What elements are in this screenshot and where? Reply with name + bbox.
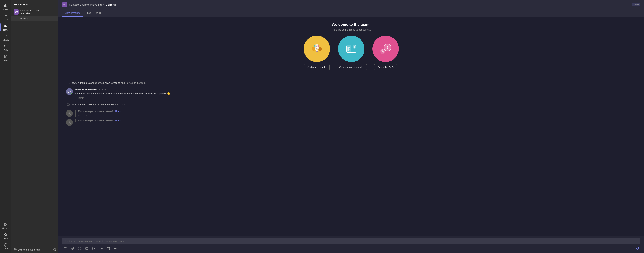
svg-point-45 <box>116 248 117 249</box>
svg-point-13 <box>54 249 55 250</box>
svg-rect-7 <box>6 223 7 224</box>
msg-text-1: Yeehaw!! Welcome peeps! really excited t… <box>75 92 636 96</box>
msg-body-1: MOD Administrator 4:11 PM Yeehaw!! Welco… <box>75 88 636 99</box>
open-faq-button[interactable]: Open the FAQ <box>374 64 397 70</box>
svg-rect-23 <box>346 45 351 52</box>
chat-label: Chat <box>4 19 8 21</box>
schedule-icon[interactable] <box>106 246 110 251</box>
deleted-text-1: This message has been deleted. <box>78 110 113 113</box>
svg-point-15 <box>312 47 316 51</box>
join-create-label: Join or create a team <box>18 248 41 251</box>
sidebar-item-teams[interactable]: Teams <box>0 22 11 32</box>
team-more-button[interactable]: ··· <box>52 10 56 14</box>
system-text-1: MOD Administrator has added Allan Deyoun… <box>72 82 146 84</box>
svg-point-44 <box>115 248 116 249</box>
emoji-icon[interactable] <box>77 246 82 251</box>
add-tab-button[interactable]: + <box>104 10 108 16</box>
more-apps-icon <box>4 65 8 69</box>
get-app-label: Get app <box>2 227 9 229</box>
welcome-subtitle: Here are some things to get going... <box>66 28 636 31</box>
deleted-message-1: This message has been deleted. Undo Repl… <box>66 110 636 117</box>
deleted-avatar-icon-2 <box>68 121 71 124</box>
svg-rect-9 <box>6 225 7 226</box>
join-create-button[interactable]: Join or create a team <box>14 248 41 251</box>
calendar-icon <box>4 34 8 38</box>
svg-rect-6 <box>4 223 6 224</box>
main-content: CC Contoso Channel Marketing › General ·… <box>58 0 644 253</box>
welcome-card-create-channels: Create more channels <box>336 36 367 70</box>
sticker-icon[interactable] <box>92 246 96 251</box>
create-more-channels-button[interactable]: Create more channels <box>336 64 367 70</box>
msg-time-1: 4:11 PM <box>99 88 107 91</box>
system-icon-2 <box>66 102 70 107</box>
welcome-card-add-people: Add more people <box>304 36 330 70</box>
deleted-message-2: This message has been deleted. Undo <box>66 119 636 126</box>
deleted-avatar-icon-1 <box>68 112 71 115</box>
apps-icon <box>4 233 8 237</box>
reply-button-1[interactable]: Reply <box>75 97 636 99</box>
svg-point-19 <box>318 45 320 47</box>
sidebar-team-contoso[interactable]: CC Contoso Channel Marketing ··· <box>11 8 58 16</box>
topbar-team-avatar: CC <box>62 2 68 7</box>
help-label: Help <box>4 248 8 250</box>
compose-input-wrap[interactable] <box>62 238 640 244</box>
meet-icon[interactable] <box>99 246 103 251</box>
calls-label: Calls <box>4 49 8 51</box>
sidebar-item-files[interactable]: Files <box>0 53 11 63</box>
sidebar-item-calls[interactable]: Calls <box>0 42 11 53</box>
svg-text:?: ? <box>386 46 388 50</box>
system-icon-1 <box>66 81 70 85</box>
teams-label: Teams <box>3 29 8 31</box>
tab-files[interactable]: Files <box>83 10 94 16</box>
sidebar-item-more[interactable]: ··· <box>0 63 11 73</box>
svg-point-5 <box>6 67 7 67</box>
faq-illustration: ? <box>372 36 399 62</box>
svg-point-25 <box>354 46 356 48</box>
svg-rect-42 <box>107 247 110 250</box>
compose-input[interactable] <box>65 240 638 242</box>
conversation-area: Welcome to the team! Here are some thing… <box>58 17 644 236</box>
undo-button-1[interactable]: Undo <box>115 110 121 113</box>
deleted-avatar-2 <box>66 119 73 126</box>
settings-icon[interactable] <box>53 248 56 251</box>
reply-icon-1 <box>75 97 77 99</box>
reply-icon-d1 <box>78 114 80 116</box>
calls-icon <box>4 44 8 49</box>
sidebar-item-activity[interactable]: Activity <box>0 2 11 12</box>
get-app-icon <box>4 222 8 226</box>
channel-item-general[interactable]: General <box>11 16 58 21</box>
format-text-icon[interactable] <box>63 246 68 251</box>
channel-more-icon[interactable]: ··· <box>118 3 120 6</box>
tab-wiki[interactable]: Wiki <box>94 10 104 16</box>
tabs: Conversations Files Wiki + <box>58 10 644 17</box>
deleted-body-1: This message has been deleted. Undo Repl… <box>75 110 636 116</box>
sidebar-item-chat[interactable]: Chat <box>0 12 11 22</box>
add-more-people-button[interactable]: Add more people <box>304 64 330 70</box>
system-message-2: MOD Administrator has added Stickers! to… <box>66 102 636 108</box>
topbar-right: Public <box>632 3 640 6</box>
tab-conversations[interactable]: Conversations <box>62 10 83 16</box>
files-icon <box>4 55 8 59</box>
welcome-title: Welcome to the team! <box>66 22 636 27</box>
gif-icon[interactable]: GIF <box>84 246 89 251</box>
sidebar-item-calendar[interactable]: Calendar <box>0 32 11 42</box>
reply-button-deleted-1[interactable]: Reply <box>78 114 636 116</box>
welcome-card-faq: ? Open the FAQ <box>372 36 399 70</box>
undo-button-2[interactable]: Undo <box>115 119 121 122</box>
welcome-section: Welcome to the team! Here are some thing… <box>66 20 636 78</box>
compose-more-icon[interactable] <box>113 246 118 251</box>
msg-header-1: MOD Administrator 4:11 PM <box>75 88 636 91</box>
apps-label: Apps <box>4 237 8 240</box>
svg-rect-2 <box>4 35 7 38</box>
chat-icon <box>4 14 8 18</box>
deleted-text-2: This message has been deleted. <box>78 119 113 122</box>
sidebar-item-getapp[interactable]: Get app <box>0 220 11 231</box>
svg-point-37 <box>80 248 80 248</box>
svg-rect-41 <box>100 248 102 249</box>
sidebar-item-apps[interactable]: Apps <box>0 231 11 241</box>
calendar-label: Calendar <box>2 39 10 41</box>
public-badge: Public <box>632 3 640 6</box>
send-button[interactable] <box>636 246 640 250</box>
attach-icon[interactable] <box>70 246 75 251</box>
sidebar-item-help[interactable]: Help <box>0 241 11 251</box>
